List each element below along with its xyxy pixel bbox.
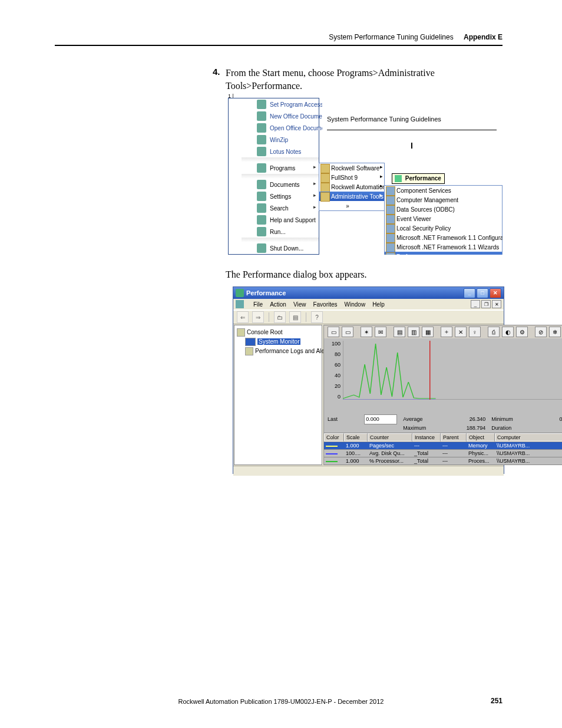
- chart-tool-3[interactable]: ✉: [375, 327, 386, 337]
- folder-icon: [320, 192, 330, 202]
- programs-item[interactable]: Rockwell Automation: [319, 182, 384, 192]
- counter-table[interactable]: ColorScaleCounterInstanceParentObjectCom…: [324, 433, 562, 465]
- startmenu-pinned-item[interactable]: New Office Document: [242, 110, 319, 122]
- nav-fwd-button[interactable]: ⇒: [252, 311, 264, 323]
- folder-icon: [320, 164, 330, 173]
- tree-item[interactable]: Performance Logs and Alerts: [237, 347, 319, 356]
- list-button[interactable]: ▤: [289, 311, 301, 323]
- chart-tool-11[interactable]: ◐: [502, 327, 514, 337]
- tree-item[interactable]: System Monitor: [237, 337, 319, 347]
- page-number: 251: [491, 697, 503, 705]
- col-instance[interactable]: Instance: [412, 433, 441, 442]
- admin-tools-submenu[interactable]: Component ServicesComputer ManagementDat…: [384, 185, 503, 255]
- startmenu-pinned-item[interactable]: WinZip: [242, 134, 319, 146]
- startmenu-item-search[interactable]: Search: [242, 202, 319, 214]
- programs-submenu[interactable]: Rockwell SoftwareFullShot 9Rockwell Auto…: [319, 163, 385, 211]
- col-color[interactable]: Color: [324, 433, 344, 442]
- mdi-restore[interactable]: ❐: [481, 300, 491, 308]
- admin-tools-item[interactable]: Performance: [385, 252, 502, 255]
- menu-view[interactable]: View: [293, 301, 306, 308]
- tool-icon: [386, 233, 395, 243]
- counter-row[interactable]: 1.000Pages/sec------Memory\\USMAYRB...: [324, 442, 562, 449]
- start-menu[interactable]: Set Program Access and DefaultsNew Offic…: [228, 98, 319, 255]
- minimize-button[interactable]: _: [464, 288, 475, 298]
- console-tree[interactable]: Console RootSystem MonitorPerformance Lo…: [234, 325, 322, 465]
- col-scale[interactable]: Scale: [344, 433, 368, 442]
- startmenu-item-run-[interactable]: Run...: [242, 226, 319, 238]
- y-axis: 100806040200: [328, 341, 340, 400]
- chart-tool-14[interactable]: ❄: [549, 327, 561, 337]
- menu-window[interactable]: Window: [345, 301, 366, 308]
- admin-tools-item[interactable]: Microsoft .NET Framework 1.1 Configurati…: [385, 233, 502, 242]
- chart-tool-4[interactable]: ▤: [394, 327, 405, 337]
- sysmon-toolbar[interactable]: ▭▭✶✉▤▥▦＋✕♀⎙◐⚙⊘❄☼: [324, 325, 562, 338]
- chart-tool-0[interactable]: ▭: [328, 327, 339, 337]
- menu-help[interactable]: Help: [372, 301, 385, 308]
- titlebar[interactable]: Performance _ □ ✕: [233, 287, 504, 299]
- chart-tool-12[interactable]: ⚙: [516, 327, 528, 337]
- pinned-icon: [257, 135, 266, 144]
- chart-tool-2[interactable]: ✶: [361, 327, 372, 337]
- tool-icon: [386, 205, 395, 215]
- startmenu-item-icon: [257, 243, 266, 253]
- admin-tools-item[interactable]: Event Viewer: [385, 214, 502, 223]
- chart-tool-5[interactable]: ▥: [408, 327, 419, 337]
- mmc-toolbar[interactable]: ⇐ ⇒ 🗀 ▤ ?: [233, 310, 504, 324]
- color-swatch: [326, 446, 338, 447]
- startmenu-item-settings[interactable]: Settings: [242, 190, 319, 202]
- programs-item[interactable]: Rockwell Software: [319, 163, 384, 173]
- startmenu-item-icon: [257, 192, 266, 201]
- chart-tool-7[interactable]: ＋: [441, 327, 452, 337]
- tree-root[interactable]: Console Root: [237, 328, 319, 337]
- admin-tools-item[interactable]: Microsoft .NET Framework 1.1 Wizards: [385, 242, 502, 252]
- admin-tools-item[interactable]: Local Security Policy: [385, 223, 502, 233]
- programs-item[interactable]: FullShot 9: [319, 173, 384, 182]
- admin-tools-item[interactable]: Component Services: [385, 186, 502, 195]
- admin-tools-item[interactable]: Computer Management: [385, 195, 502, 205]
- chart-tool-1[interactable]: ▭: [342, 327, 353, 337]
- help-button[interactable]: ?: [311, 311, 323, 323]
- chart-tool-10[interactable]: ⎙: [488, 327, 500, 337]
- up-button[interactable]: 🗀: [274, 311, 286, 323]
- nav-back-button[interactable]: ⇐: [237, 311, 249, 323]
- menu-file[interactable]: File: [253, 301, 263, 308]
- chart-tool-13[interactable]: ⊘: [535, 327, 547, 337]
- menubar[interactable]: FileActionViewFavoritesWindowHelp _ ❐ ✕: [233, 299, 504, 310]
- chart-tool-6[interactable]: ▦: [422, 327, 434, 337]
- col-computer[interactable]: Computer: [495, 433, 562, 442]
- startmenu-item-programs[interactable]: Programs: [242, 162, 319, 174]
- paragraph-dialog-appears: The Performance dialog box appears.: [226, 269, 366, 280]
- dur-label: Duration: [491, 425, 513, 431]
- last-value[interactable]: [364, 414, 397, 424]
- tree-item-icon: [245, 347, 253, 355]
- tool-icon: [386, 224, 395, 233]
- mdi-close[interactable]: ✕: [492, 300, 501, 308]
- startmenu-pinned-item[interactable]: Set Program Access and Defaults: [242, 98, 319, 110]
- mdi-controls[interactable]: _ ❐ ✕: [471, 300, 501, 308]
- startmenu-item-shut-down-[interactable]: Shut Down...: [242, 242, 319, 254]
- chart-tool-8[interactable]: ✕: [455, 327, 467, 337]
- counter-row[interactable]: 100....Avg. Disk Qu..._Total---Physic...…: [324, 449, 562, 457]
- col-counter[interactable]: Counter: [368, 433, 412, 442]
- programs-item[interactable]: Administrative Tools: [319, 192, 384, 201]
- menu-favorites[interactable]: Favorites: [313, 301, 337, 308]
- maximize-button[interactable]: □: [477, 288, 488, 298]
- startmenu-item-help-and-support[interactable]: Help and Support: [242, 214, 319, 226]
- close-button[interactable]: ✕: [490, 288, 501, 298]
- chart-area[interactable]: 100806040200: [324, 338, 562, 413]
- tool-icon: [386, 196, 395, 205]
- col-object[interactable]: Object: [467, 433, 495, 442]
- counter-row[interactable]: 1.000% Processor..._Total---Proces...\\U…: [324, 457, 562, 465]
- chart-tool-9[interactable]: ♀: [469, 327, 481, 337]
- counter-table-header[interactable]: ColorScaleCounterInstanceParentObjectCom…: [324, 433, 562, 442]
- startmenu-pinned-item[interactable]: Lotus Notes: [242, 146, 319, 157]
- footer-pub: Rockwell Automation Publication 1789-UM0…: [0, 698, 562, 705]
- col-parent[interactable]: Parent: [441, 433, 467, 442]
- menu-action[interactable]: Action: [270, 301, 286, 308]
- admin-tools-item[interactable]: Data Sources (ODBC): [385, 205, 502, 214]
- startmenu-item-documents[interactable]: Documents: [242, 179, 319, 190]
- mdi-min[interactable]: _: [471, 300, 480, 308]
- programs-item[interactable]: »: [319, 201, 384, 210]
- startmenu-pinned-item[interactable]: Open Office Document: [242, 122, 319, 134]
- header-section: System Performance Tuning Guidelines: [329, 33, 453, 41]
